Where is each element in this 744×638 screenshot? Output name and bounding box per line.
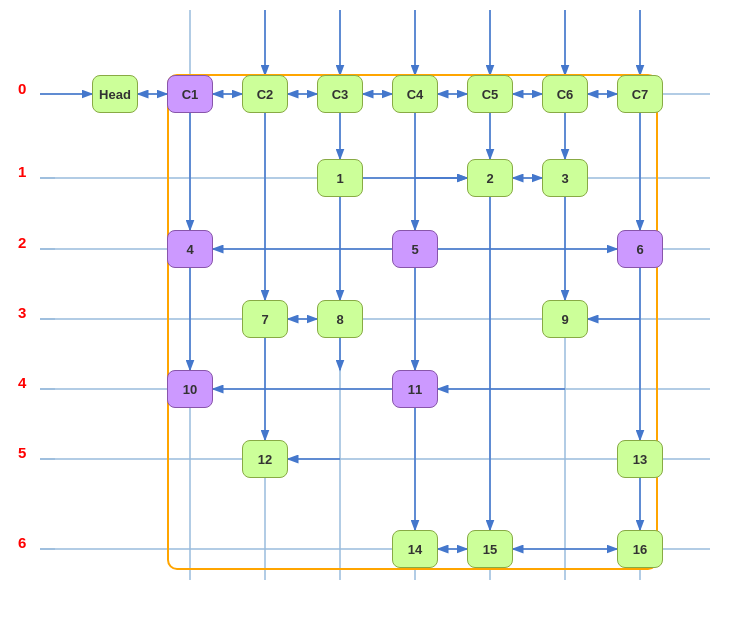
node-n12: 12 <box>242 440 288 478</box>
node-n6: 6 <box>617 230 663 268</box>
node-n9: 9 <box>542 300 588 338</box>
node-n5: 5 <box>392 230 438 268</box>
node-n11: 11 <box>392 370 438 408</box>
node-n13: 13 <box>617 440 663 478</box>
node-c6: C6 <box>542 75 588 113</box>
node-n2: 2 <box>467 159 513 197</box>
node-n15: 15 <box>467 530 513 568</box>
node-n10: 10 <box>167 370 213 408</box>
node-n3: 3 <box>542 159 588 197</box>
node-c3: C3 <box>317 75 363 113</box>
node-n16: 16 <box>617 530 663 568</box>
node-head: Head <box>92 75 138 113</box>
node-c2: C2 <box>242 75 288 113</box>
node-c5: C5 <box>467 75 513 113</box>
node-n4: 4 <box>167 230 213 268</box>
node-n14: 14 <box>392 530 438 568</box>
node-n7: 7 <box>242 300 288 338</box>
node-n1: 1 <box>317 159 363 197</box>
node-n8: 8 <box>317 300 363 338</box>
node-c7: C7 <box>617 75 663 113</box>
node-c4: C4 <box>392 75 438 113</box>
node-c1: C1 <box>167 75 213 113</box>
